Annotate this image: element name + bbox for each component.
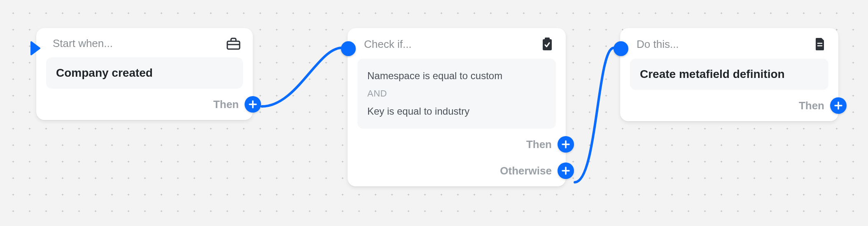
clipboard-check-icon — [541, 37, 553, 51]
then-label: Then — [526, 138, 552, 151]
trigger-event-name: Company created — [56, 66, 233, 80]
then-label: Then — [799, 99, 824, 112]
condition-card[interactable]: Check if... Namespace is equal to custom… — [348, 28, 566, 186]
briefcase-icon — [226, 38, 240, 50]
action-input-node — [614, 41, 628, 56]
condition-line-1: Namespace is equal to custom — [367, 68, 546, 84]
then-label: Then — [213, 98, 239, 111]
action-name: Create metafield definition — [640, 68, 819, 81]
condition-operator: AND — [367, 84, 546, 103]
trigger-body: Company created — [46, 57, 243, 89]
action-body: Create metafield definition — [630, 59, 828, 90]
trigger-start-icon — [30, 41, 41, 55]
add-then-button[interactable] — [245, 96, 261, 113]
document-icon — [814, 37, 826, 51]
condition-input-node — [341, 41, 356, 56]
otherwise-label: Otherwise — [500, 165, 552, 177]
condition-body: Namespace is equal to custom AND Key is … — [357, 59, 556, 129]
trigger-card[interactable]: Start when... Company created Then — [36, 28, 253, 120]
add-then-button[interactable] — [830, 97, 847, 114]
add-then-button[interactable] — [558, 136, 574, 153]
action-header: Do this... — [637, 38, 679, 51]
condition-line-2: Key is equal to industry — [367, 103, 546, 120]
svg-rect-5 — [545, 38, 550, 40]
condition-header: Check if... — [364, 38, 412, 51]
add-otherwise-button[interactable] — [558, 162, 574, 179]
action-card[interactable]: Do this... Create metafield definition T… — [620, 28, 838, 121]
trigger-header: Start when... — [53, 37, 113, 50]
